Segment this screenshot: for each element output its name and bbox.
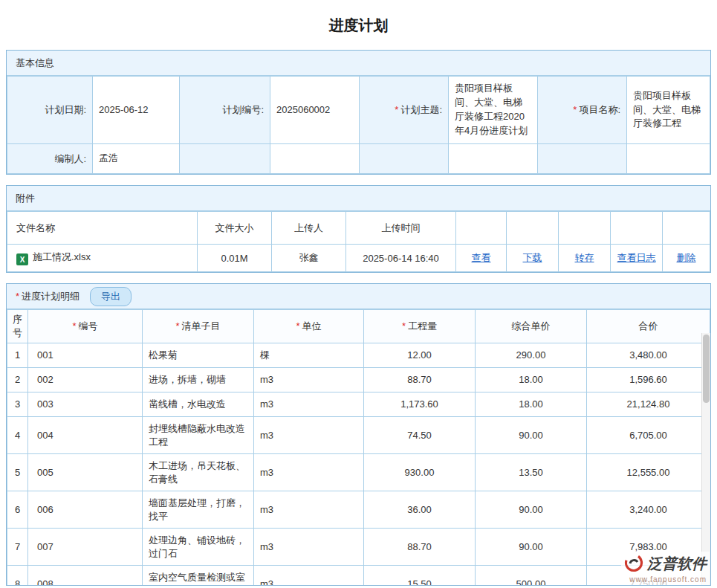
cell-qty: 12.00 — [364, 343, 476, 368]
attachments-panel: 附件 文件名称 文件大小 上传人 上传时间 施工情况.xlsx 0.01M 张鑫… — [6, 185, 711, 273]
project-name-value: 贵阳项目样板间、大堂、电梯厅装修工程 — [627, 77, 710, 144]
empty-label-cell — [180, 144, 270, 174]
table-row: 计划日期: 2025-06-12 计划编号: 2025060002 *计划主题:… — [7, 77, 710, 144]
basic-info-section-title: 基本信息 — [16, 56, 54, 70]
plan-number-label: 计划编号: — [180, 77, 270, 144]
export-button[interactable]: 导出 — [90, 287, 132, 306]
table-row: 7 007 处理边角、铺设地砖，过门石 m3 88.70 90.00 7,983… — [7, 529, 710, 566]
uploader-cell: 张鑫 — [272, 245, 346, 272]
view-link[interactable]: 查看 — [472, 252, 491, 263]
attachments-table: 文件名称 文件大小 上传人 上传时间 施工情况.xlsx 0.01M 张鑫 20… — [7, 211, 710, 272]
empty-value-cell — [449, 144, 538, 174]
empty-value-cell — [270, 144, 360, 174]
file-name-cell: 施工情况.xlsx — [7, 245, 198, 272]
cell-total: 3,480.00 — [587, 343, 710, 368]
cell-qty: 88.70 — [364, 529, 476, 566]
cell-code: 008 — [28, 566, 143, 586]
cell-price: 13.50 — [476, 454, 587, 491]
plan-subject-label: *计划主题: — [360, 77, 449, 144]
table-row: 8 008 室内空气质量检测或室内空气污染综合治理; m3 15.50 500.… — [7, 566, 710, 586]
cell-item: 凿线槽，水电改造 — [143, 392, 254, 417]
cell-qty: 1,173.60 — [364, 392, 476, 417]
detail-table: 序号 *编号 *清单子目 *单位 *工程量 综合单价 合价 1 001 松果菊 … — [7, 309, 710, 586]
cell-seq: 1 — [7, 343, 28, 368]
cell-qty: 74.50 — [364, 417, 476, 454]
plan-date-label: 计划日期: — [7, 77, 93, 144]
uploader-header: 上传人 — [272, 212, 346, 245]
cell-price: 290.00 — [476, 343, 587, 368]
unit-header: *单位 — [254, 310, 364, 343]
action-header-empty — [456, 212, 507, 245]
basic-info-table: 计划日期: 2025-06-12 计划编号: 2025060002 *计划主题:… — [7, 76, 710, 174]
cell-price: 90.00 — [476, 491, 587, 529]
delete-link[interactable]: 删除 — [677, 252, 696, 263]
file-name-header: 文件名称 — [7, 212, 198, 245]
cell-item: 木工进场，吊天花板、石膏线 — [143, 454, 254, 491]
attachments-section-title: 附件 — [16, 192, 35, 205]
cell-price: 90.00 — [476, 529, 587, 566]
cell-qty: 930.00 — [364, 454, 476, 491]
cell-price: 18.00 — [476, 368, 587, 392]
upload-time-header: 上传时间 — [346, 212, 456, 245]
table-row: 施工情况.xlsx 0.01M 张鑫 2025-06-14 16:40 查看 下… — [7, 245, 710, 272]
download-link[interactable]: 下载 — [523, 252, 542, 263]
project-name-label: *项目名称: — [538, 77, 627, 144]
cell-item: 封埋线槽隐蔽水电改造工程 — [143, 417, 254, 454]
table-row: 编制人: 孟浩 — [7, 144, 710, 174]
action-header-empty — [559, 212, 611, 245]
cell-seq: 3 — [7, 392, 28, 417]
empty-label-cell — [538, 144, 627, 174]
creator-label: 编制人: — [7, 144, 93, 174]
detail-section-bar: *进度计划明细 导出 — [7, 284, 710, 309]
cell-seq: 2 — [7, 368, 28, 392]
attachments-header-row: 文件名称 文件大小 上传人 上传时间 — [7, 212, 710, 245]
page-title: 进度计划 — [0, 0, 717, 50]
cell-item: 室内空气质量检测或室内空气污染综合治理; — [143, 566, 254, 586]
action-header-empty — [611, 212, 663, 245]
table-row: 2 002 进场，拆墙，砌墙 m3 88.70 18.00 1,596.60 — [7, 368, 710, 392]
plan-number-value: 2025060002 — [270, 77, 360, 144]
cell-price: 500.00 — [476, 566, 587, 586]
code-header: *编号 — [28, 310, 143, 343]
cell-code: 003 — [28, 392, 143, 417]
scrollbar-thumb[interactable] — [703, 335, 710, 403]
cell-unit: m3 — [254, 566, 364, 586]
save-as-link[interactable]: 转存 — [575, 252, 594, 263]
file-name-text: 施工情况.xlsx — [33, 251, 91, 262]
cell-unit: m3 — [254, 417, 364, 454]
cell-price: 18.00 — [476, 392, 587, 417]
cell-qty: 36.00 — [364, 491, 476, 529]
cell-code: 007 — [28, 529, 143, 566]
cell-code: 002 — [28, 368, 143, 392]
plan-subject-value: 贵阳项目样板间、大堂、电梯厅装修工程2020年4月份进度计划 — [449, 77, 538, 144]
unit-price-header: 综合单价 — [476, 310, 587, 343]
cell-code: 005 — [28, 454, 143, 491]
cell-seq: 5 — [7, 454, 28, 491]
action-header-empty — [507, 212, 559, 245]
cell-unit: m3 — [254, 529, 364, 566]
cell-item: 进场，拆墙，砌墙 — [143, 368, 254, 392]
view-log-link[interactable]: 查看日志 — [617, 252, 656, 263]
action-header-empty — [663, 212, 710, 245]
cell-total: 3,240.00 — [587, 491, 710, 529]
detail-section-title: *进度计划明细 — [16, 290, 80, 303]
cell-seq: 7 — [7, 529, 28, 566]
table-row: 1 001 松果菊 棵 12.00 290.00 3,480.00 — [7, 343, 710, 368]
creator-value: 孟浩 — [93, 144, 180, 174]
detail-panel: *进度计划明细 导出 序号 *编号 *清单子目 *单位 *工程量 综合单价 合价… — [6, 283, 711, 586]
cell-total: 12,555.00 — [587, 454, 710, 491]
file-size-header: 文件大小 — [198, 212, 272, 245]
plan-date-value: 2025-06-12 — [93, 77, 180, 144]
empty-value-cell — [627, 144, 710, 174]
cell-seq: 4 — [7, 417, 28, 454]
total-price-header: 合价 — [587, 310, 710, 343]
cell-unit: m3 — [254, 454, 364, 491]
table-row: 4 004 封埋线槽隐蔽水电改造工程 m3 74.50 90.00 6,705.… — [7, 417, 710, 454]
seq-header: 序号 — [7, 310, 28, 343]
vertical-scrollbar[interactable] — [701, 333, 710, 585]
cell-qty: 15.50 — [364, 566, 476, 586]
basic-info-panel: 基本信息 计划日期: 2025-06-12 计划编号: 2025060002 *… — [6, 50, 711, 175]
cell-item: 墙面基层处理，打磨，找平 — [143, 491, 254, 529]
cell-total: 6,705.00 — [587, 417, 710, 454]
cell-code: 004 — [28, 417, 143, 454]
